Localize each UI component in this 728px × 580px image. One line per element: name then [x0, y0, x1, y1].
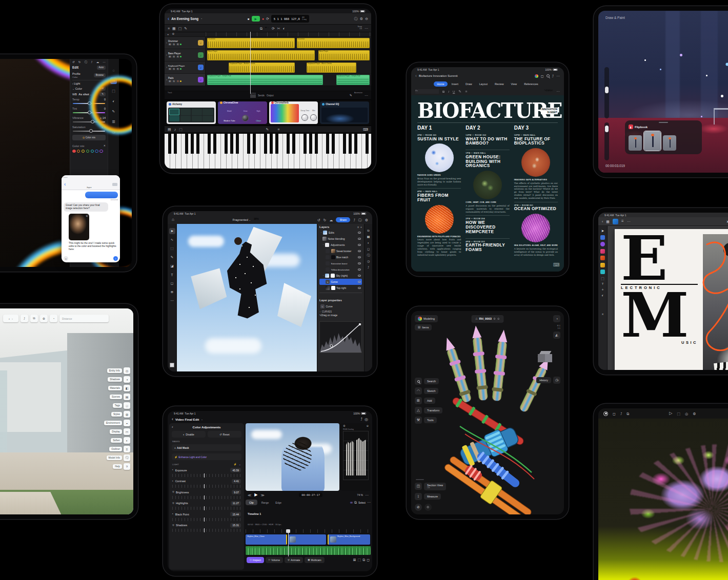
- select-tool-icon[interactable]: ➤: [601, 229, 604, 233]
- record-enable-button[interactable]: R: [176, 80, 179, 82]
- filter-icon[interactable]: ≡: [357, 226, 359, 229]
- pencil-icon[interactable]: ✎: [184, 27, 187, 30]
- brush-opacity-slider[interactable]: [604, 122, 609, 160]
- export-icon[interactable]: ⤴: [353, 218, 355, 222]
- project-title[interactable]: Video Final Edit: [175, 418, 199, 421]
- distance-field[interactable]: Distance: [59, 315, 109, 322]
- shape-tool-icon[interactable]: [600, 242, 605, 246]
- mute-button[interactable]: M: [168, 80, 172, 82]
- highlight-button[interactable]: ✎: [458, 90, 461, 93]
- share-icon[interactable]: ⤴: [360, 418, 362, 422]
- type-tool-icon[interactable]: T: [169, 272, 175, 278]
- color-section[interactable]: ⌄ Color: [72, 87, 82, 90]
- pen-tool-icon[interactable]: [600, 249, 605, 254]
- frame-thumbnail-current[interactable]: [644, 131, 661, 151]
- export-icon[interactable]: ⧉: [30, 315, 38, 322]
- add-icon[interactable]: ⊞: [415, 397, 422, 404]
- foreground-color-swatch[interactable]: [170, 363, 174, 367]
- layer-row[interactable]: Saturation boost: [319, 260, 362, 266]
- plugin-channel-eq[interactable]: Channel EQ: [320, 101, 369, 124]
- settings-icon[interactable]: ⚙: [360, 17, 363, 20]
- extract-icon[interactable]: ⬚: [358, 558, 361, 562]
- pencil-icon[interactable]: ✎: [266, 128, 269, 131]
- cycle-button[interactable]: ⟳: [266, 17, 269, 20]
- layer-row-selected[interactable]: ∿Curve: [319, 279, 362, 285]
- animate-button[interactable]: ◎Animate: [285, 557, 303, 563]
- dismiss-keyboard-icon[interactable]: ⌨: [553, 263, 560, 267]
- avatar[interactable]: [86, 180, 92, 187]
- project-title[interactable]: An Evening Song: [171, 17, 198, 20]
- tab-home[interactable]: Home: [434, 81, 447, 87]
- panel-soften[interactable]: Soften: [111, 438, 122, 443]
- play-icon[interactable]: ▶: [254, 493, 257, 497]
- compose-text[interactable]: This might be the one! I made some quick…: [64, 242, 118, 252]
- outliner-icon[interactable]: ≡: [124, 446, 130, 452]
- track-row-pads[interactable]: 4 Pads MSR ♪ Keyboard Player - Simple Pa…: [165, 74, 371, 86]
- record-enable-button[interactable]: R: [176, 55, 179, 58]
- cloud-icon[interactable]: ☁: [329, 218, 333, 222]
- close-icon[interactable]: ✕: [104, 144, 106, 147]
- enhance-button[interactable]: ⚡Enhance Light and Color: [172, 453, 241, 460]
- tools-label[interactable]: Tools: [424, 417, 437, 423]
- fill-tool-icon[interactable]: [600, 270, 605, 274]
- tool-picker[interactable]: ✛ ⌄: [265, 26, 269, 31]
- solo-button[interactable]: S: [172, 68, 175, 70]
- delete-icon[interactable]: ⊠: [353, 558, 356, 562]
- sketchup-viewport[interactable]: ‹› ⤴ ⧉ ⚙ ◔ Distance Entity Info◎ Shadows…: [0, 308, 133, 514]
- dictate-icon[interactable]: ⋯: [556, 90, 560, 93]
- mode-edge[interactable]: Edge: [273, 501, 284, 504]
- color-swatch-teal[interactable]: [91, 150, 94, 153]
- entity-info-icon[interactable]: ◎: [124, 367, 130, 374]
- align-button[interactable]: ≡: [465, 90, 467, 93]
- crop-tool-icon[interactable]: ⬚: [601, 277, 604, 280]
- color-swatch-yellow[interactable]: [82, 150, 85, 153]
- move-tool-icon[interactable]: ➤: [169, 228, 175, 234]
- help-icon[interactable]: ?: [124, 463, 130, 470]
- tools-icon[interactable]: ⚒: [415, 417, 422, 424]
- tab-sends[interactable]: Sends: [258, 94, 265, 97]
- skip-forward-icon[interactable]: ≫: [260, 493, 264, 497]
- record-enable-button[interactable]: R: [176, 43, 179, 46]
- add-layer-icon[interactable]: +: [360, 226, 362, 229]
- section-view-icon[interactable]: ◫: [415, 483, 422, 490]
- doc-title[interactable]: Biofacture Innovation Summit: [419, 74, 458, 77]
- environment-icon[interactable]: ◒: [124, 420, 130, 426]
- transform-label[interactable]: Transform: [424, 407, 442, 413]
- layer-row[interactable]: ⌄Sky (right): [319, 273, 362, 279]
- remove-attachment-icon[interactable]: ✕: [86, 214, 89, 217]
- mute-button[interactable]: M: [168, 68, 172, 70]
- settings-icon[interactable]: ⚙: [693, 412, 696, 416]
- color-mix-button[interactable]: ◎ Color mix: [72, 135, 106, 140]
- insert-right-icon[interactable]: ◻: [367, 558, 370, 562]
- scope-settings-icon[interactable]: ⚙: [343, 425, 345, 427]
- device-icon[interactable]: ◻: [541, 74, 544, 78]
- layer-row[interactable]: Yellow desaturation: [319, 266, 362, 273]
- open-icon[interactable]: ⤴: [21, 315, 28, 322]
- title-chevron-icon[interactable]: ⌄: [200, 17, 203, 20]
- timeline-zoom[interactable]: 74 %: [357, 493, 363, 496]
- back-icon[interactable]: ‹: [64, 182, 66, 187]
- scope-close-icon[interactable]: ⊖: [367, 425, 369, 427]
- eraser-tool-icon[interactable]: ◪: [169, 263, 175, 269]
- reset-button[interactable]: ↺Reset: [208, 431, 241, 438]
- multicam-button[interactable]: ▦Multicam: [305, 557, 324, 563]
- cloud-icon[interactable]: ☁: [96, 61, 99, 64]
- auto-button[interactable]: Auto: [97, 66, 106, 70]
- heal-tool-icon[interactable]: ◌: [110, 67, 117, 74]
- clip[interactable]: Skyline_Blue_Background: [328, 534, 370, 545]
- undo-redo-group[interactable]: ‹›: [3, 315, 18, 322]
- grid-icon[interactable]: ▦: [606, 220, 610, 223]
- panel-help[interactable]: Help: [113, 464, 122, 469]
- more-icon[interactable]: ⋯: [627, 220, 631, 223]
- minimize-icon[interactable]: ⊖: [365, 17, 368, 20]
- more-icon[interactable]: ⋯: [365, 27, 368, 30]
- collapse-icon[interactable]: ⌄: [239, 463, 241, 466]
- title-chevron-icon[interactable]: ⌄: [201, 419, 203, 421]
- doc-name[interactable]: Fragmented ⌄: [233, 218, 251, 221]
- highlights-slider[interactable]: ◎Highlights11.27: [172, 501, 241, 510]
- attachment-preview[interactable]: ✕: [69, 214, 89, 240]
- share-icon[interactable]: ⤴: [91, 61, 93, 64]
- add-attachment-button[interactable]: +: [64, 256, 68, 261]
- brush-size-slider[interactable]: [604, 67, 609, 118]
- browse-button[interactable]: Browse: [94, 73, 106, 77]
